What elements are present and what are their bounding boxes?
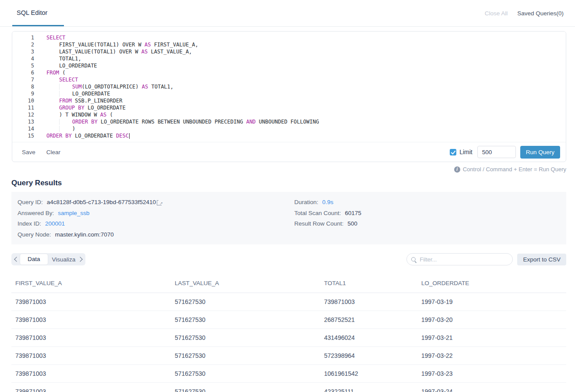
info-label: Query Node:: [18, 230, 51, 240]
close-all-button[interactable]: Close All: [485, 10, 508, 17]
results-table: FIRST_VALUE_ALAST_VALUE_ATOTAL1LO_ORDERD…: [11, 274, 566, 392]
tabbar-actions: Close All Saved Queries(0): [485, 0, 564, 26]
code-text: ) T WINDOW W AS (: [38, 111, 113, 118]
table-row: 7398710035716275305723989641997-03-22: [11, 346, 566, 364]
line-number: 4: [12, 55, 38, 62]
table-cell: 571627530: [171, 311, 320, 328]
filter-input[interactable]: [419, 256, 508, 263]
table-cell: 572398964: [320, 346, 417, 364]
column-header: LAST_VALUE_A: [171, 274, 320, 293]
line-number: 1: [12, 34, 38, 41]
table-row: 7398710035716275302687525211997-03-20: [11, 311, 566, 328]
info-label: Total Scan Count:: [294, 208, 341, 219]
table-cell: 431496024: [320, 328, 417, 346]
tab-data[interactable]: Data: [20, 254, 48, 265]
query-info-row: Total Scan Count:60175: [294, 208, 361, 219]
code-line[interactable]: 11 GROUP BY LO_ORDERDATE: [12, 104, 566, 111]
line-number: 14: [12, 125, 38, 132]
code-line[interactable]: 4 TOTAL1,: [12, 55, 566, 62]
code-text: GROUP BY LO_ORDERDATE: [38, 104, 126, 111]
table-cell: 739871003: [11, 293, 171, 311]
filter-box[interactable]: [406, 253, 513, 265]
query-info-row: Answered By:sample_ssb: [18, 208, 294, 219]
info-value-link[interactable]: sample_ssb: [58, 208, 89, 219]
clear-button[interactable]: Clear: [46, 149, 60, 155]
table-cell: 571627530: [171, 293, 320, 311]
column-header: LO_ORDERDATE: [417, 274, 566, 293]
tab-sql-editor[interactable]: SQL Editor: [12, 0, 64, 26]
code-line[interactable]: 7 SELECT: [12, 76, 566, 83]
tab-visualization[interactable]: Visualiza: [49, 256, 77, 263]
table-row: 7398710035716275304232251111997-03-24: [11, 382, 566, 392]
table-cell: 739871003: [11, 346, 171, 364]
table-cell: 739871003: [11, 328, 171, 346]
chevron-left-icon[interactable]: [14, 257, 19, 261]
table-cell: 1997-03-24: [417, 382, 566, 392]
query-results-title: Query Results: [11, 179, 575, 187]
line-number: 13: [12, 118, 38, 125]
code-line[interactable]: 8 SUM(LO_ORDTOTALPRICE) AS TOTAL1,: [12, 83, 566, 90]
code-line[interactable]: 14 ): [12, 125, 566, 132]
code-line[interactable]: 5 LO_ORDERDATE: [12, 62, 566, 69]
query-info-right: Duration:0.9sTotal Scan Count:60175Resul…: [294, 197, 361, 240]
code-text: ORDER BY LO_ORDERDATE DESC: [38, 132, 130, 139]
code-text: FIRST_VALUE(TOTAL1) OVER W AS FIRST_VALU…: [38, 41, 198, 48]
info-label: Result Row Count:: [294, 219, 344, 230]
limit-input[interactable]: [477, 146, 516, 158]
code-line[interactable]: 15ORDER BY LO_ORDERDATE DESC: [12, 132, 566, 139]
code-line[interactable]: 9 LO_ORDERDATE: [12, 90, 566, 97]
run-controls: Limit Run Query: [450, 146, 560, 159]
table-row: 7398710035716275307398710031997-03-19: [11, 293, 566, 311]
table-row: 73987100357162753010619615421997-03-23: [11, 364, 566, 382]
query-info-panel: Query ID:a4c8128f-d0b5-c713-19bd-677533f…: [11, 192, 566, 244]
table-cell: 423225111: [320, 382, 417, 392]
table-cell: 739871003: [11, 364, 171, 382]
code-line[interactable]: 6FROM (: [12, 69, 566, 76]
code-line[interactable]: 3 LAST_VALUE(TOTAL1) OVER W AS LAST_VALU…: [12, 48, 566, 55]
line-number: 5: [12, 62, 38, 69]
shortcut-hint: i Control / Command + Enter = Run Query: [0, 166, 566, 173]
code-text: ORDER BY LO_ORDERDATE ROWS BETWEEN UNBOU…: [38, 118, 319, 125]
code-text: SELECT: [38, 34, 65, 41]
code-text: SELECT: [38, 76, 78, 83]
code-text: LAST_VALUE(TOTAL1) OVER W AS LAST_VALUE_…: [38, 48, 192, 55]
column-header: FIRST_VALUE_A: [11, 274, 171, 293]
chevron-right-icon[interactable]: [78, 257, 82, 261]
table-cell: 739871003: [11, 382, 171, 392]
run-query-button[interactable]: Run Query: [520, 146, 560, 159]
table-row: 7398710035716275304314960241997-03-21: [11, 328, 566, 346]
info-icon: i: [454, 166, 460, 173]
sql-editor-card: 1SELECT2 FIRST_VALUE(TOTAL1) OVER W AS F…: [12, 31, 566, 162]
saved-queries-button[interactable]: Saved Queries(0): [517, 10, 564, 17]
table-cell: 739871003: [11, 311, 171, 328]
query-info-row: Index ID:200001: [18, 219, 294, 230]
save-button[interactable]: Save: [22, 149, 35, 155]
code-line[interactable]: 12 ) T WINDOW W AS (: [12, 111, 566, 118]
code-line[interactable]: 1SELECT: [12, 34, 566, 41]
code-text: TOTAL1,: [38, 55, 81, 62]
info-value-link[interactable]: 0.9s: [322, 197, 334, 208]
info-label: Answered By:: [18, 208, 54, 219]
code-editor[interactable]: 1SELECT2 FIRST_VALUE(TOTAL1) OVER W AS F…: [12, 32, 566, 142]
code-lines: 1SELECT2 FIRST_VALUE(TOTAL1) OVER W AS F…: [12, 34, 566, 139]
info-value-link[interactable]: 200001: [45, 219, 65, 230]
table-cell: 1997-03-19: [417, 293, 566, 311]
code-line[interactable]: 2 FIRST_VALUE(TOTAL1) OVER W AS FIRST_VA…: [12, 41, 566, 48]
query-info-left: Query ID:a4c8128f-d0b5-c713-19bd-677533f…: [18, 197, 294, 240]
code-line[interactable]: 13 ORDER BY LO_ORDERDATE ROWS BETWEEN UN…: [12, 118, 566, 125]
code-text: LO_ORDERDATE: [38, 62, 97, 69]
code-text: ): [38, 125, 75, 132]
info-value: master.kylin.com:7070: [55, 230, 114, 240]
line-number: 15: [12, 132, 38, 139]
code-line[interactable]: 10 FROM SSB.P_LINEORDER: [12, 97, 566, 104]
table-cell: 1997-03-22: [417, 346, 566, 364]
export-csv-button[interactable]: Export to CSV: [517, 254, 566, 265]
table-cell: 571627530: [171, 328, 320, 346]
table-cell: 571627530: [171, 382, 320, 392]
info-value: 500: [348, 219, 358, 230]
info-value: 60175: [345, 208, 362, 219]
text-cursor: [129, 133, 130, 139]
limit-checkbox[interactable]: [450, 149, 456, 155]
table-cell: 268752521: [320, 311, 417, 328]
external-link-icon[interactable]: [157, 201, 162, 205]
